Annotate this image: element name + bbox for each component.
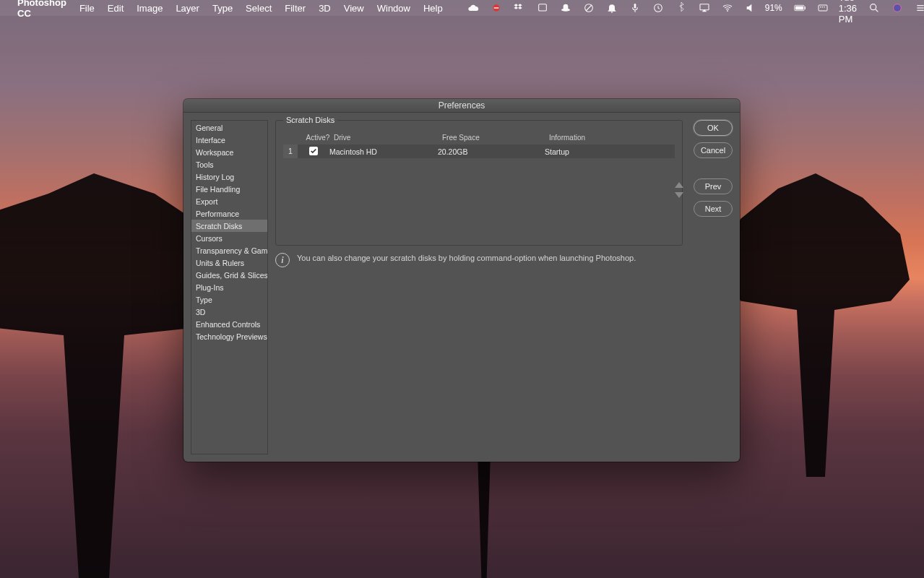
tablet-icon[interactable]: [537, 2, 548, 14]
row-info: Startup: [545, 147, 670, 156]
prev-button[interactable]: Prev: [694, 178, 733, 194]
svg-rect-1: [493, 7, 498, 8]
menu-help[interactable]: Help: [423, 3, 443, 14]
table-header: Active? Drive Free Space Information: [283, 131, 675, 144]
menu-window[interactable]: Window: [377, 3, 410, 14]
keyboard-icon[interactable]: [817, 2, 829, 14]
sidebar-item-history-log[interactable]: History Log: [191, 171, 267, 183]
menubar-clock[interactable]: Tue 1:36 PM: [839, 0, 857, 25]
hat-icon[interactable]: [560, 2, 571, 14]
cloud-sync-icon[interactable]: [467, 2, 479, 14]
svg-rect-14: [820, 7, 821, 7]
menu-select[interactable]: Select: [246, 3, 272, 14]
col-drive: Drive: [334, 134, 442, 142]
volume-icon[interactable]: [745, 2, 756, 14]
col-free: Free Space: [442, 134, 549, 142]
svg-rect-13: [819, 5, 827, 11]
row-active[interactable]: [298, 147, 329, 156]
sidebar-item-cursors[interactable]: Cursors: [191, 232, 267, 244]
menu-layer[interactable]: Layer: [176, 3, 199, 14]
row-drive: Macintosh HD: [329, 147, 438, 156]
airplay-icon[interactable]: [699, 2, 710, 14]
svg-point-9: [727, 10, 728, 12]
notifications-icon[interactable]: [606, 2, 618, 14]
svg-rect-6: [634, 4, 636, 9]
sync-disabled-icon[interactable]: [583, 2, 595, 14]
sidebar-item-plug-ins[interactable]: Plug-Ins: [191, 281, 267, 293]
reorder-arrows: [675, 182, 683, 198]
scratch-disks-group: Scratch Disks Active? Drive Free Space I…: [275, 120, 683, 246]
microphone-icon[interactable]: [629, 2, 641, 14]
menu-image[interactable]: Image: [137, 3, 163, 14]
svg-rect-8: [700, 4, 709, 10]
battery-percent[interactable]: 91%: [765, 3, 782, 13]
cancel-button[interactable]: Cancel: [694, 142, 733, 158]
menu-3d[interactable]: 3D: [319, 3, 331, 14]
menu-view[interactable]: View: [344, 3, 364, 14]
svg-rect-12: [805, 7, 806, 9]
app-name[interactable]: Photoshop CC: [17, 0, 66, 19]
sidebar-item-transparency-gamut[interactable]: Transparency & Gamut: [191, 244, 267, 256]
svg-point-17: [871, 4, 876, 10]
sidebar-item-performance[interactable]: Performance: [191, 207, 267, 220]
sidebar-item-workspace[interactable]: Workspace: [191, 146, 267, 158]
checkbox-icon[interactable]: [309, 147, 318, 155]
hint-text: You can also change your scratch disks b…: [297, 253, 636, 264]
sidebar-item-guides-grid-slices[interactable]: Guides, Grid & Slices: [191, 269, 267, 281]
preferences-dialog: Preferences GeneralInterfaceWorkspaceToo…: [183, 99, 740, 462]
move-up-button[interactable]: [675, 182, 683, 188]
sidebar-item-export[interactable]: Export: [191, 195, 267, 207]
sidebar-item-technology-previews[interactable]: Technology Previews: [191, 330, 267, 342]
status-icon[interactable]: [491, 2, 502, 14]
spotlight-icon[interactable]: [868, 2, 880, 14]
sidebar-item-general[interactable]: General: [191, 121, 267, 134]
row-free: 20.20GB: [438, 147, 545, 156]
siri-icon[interactable]: [891, 2, 903, 14]
hint-row: i You can also change your scratch disks…: [275, 253, 683, 267]
move-down-button[interactable]: [675, 192, 683, 198]
sidebar-item-tools[interactable]: Tools: [191, 158, 267, 171]
svg-rect-16: [824, 7, 824, 7]
preferences-sidebar: GeneralInterfaceWorkspaceToolsHistory Lo…: [191, 120, 268, 454]
svg-line-5: [586, 5, 592, 11]
dropbox-icon[interactable]: [514, 2, 525, 14]
battery-icon[interactable]: [794, 2, 806, 14]
notification-center-icon[interactable]: [915, 2, 924, 14]
dialog-title: Preferences: [183, 99, 740, 113]
sidebar-item-type[interactable]: Type: [191, 293, 267, 306]
group-legend: Scratch Disks: [283, 116, 337, 124]
sidebar-item-units-rulers[interactable]: Units & Rulers: [191, 256, 267, 269]
table-row[interactable]: 1Macintosh HD20.20GBStartup: [283, 144, 675, 158]
info-icon: i: [275, 253, 290, 267]
macos-menubar: Photoshop CC FileEditImageLayerTypeSelec…: [0, 0, 924, 16]
menu-type[interactable]: Type: [212, 3, 233, 14]
scratch-disk-table: Active? Drive Free Space Information 1Ma…: [283, 131, 675, 238]
ok-button[interactable]: OK: [694, 120, 733, 136]
sidebar-item-interface[interactable]: Interface: [191, 134, 267, 146]
col-info: Information: [549, 134, 670, 142]
menu-edit[interactable]: Edit: [108, 3, 124, 14]
time-machine-icon[interactable]: [652, 2, 664, 14]
row-index: 1: [283, 144, 298, 158]
svg-line-18: [876, 9, 878, 12]
menu-file[interactable]: File: [79, 3, 95, 14]
svg-rect-2: [538, 4, 546, 11]
svg-rect-15: [821, 7, 822, 7]
sidebar-item-file-handling[interactable]: File Handling: [191, 183, 267, 195]
dialog-buttons: OK Cancel Prev Next: [694, 120, 733, 217]
menu-filter[interactable]: Filter: [285, 3, 306, 14]
wifi-icon[interactable]: [722, 2, 733, 14]
bluetooth-icon[interactable]: [675, 2, 687, 14]
sidebar-item-enhanced-controls[interactable]: Enhanced Controls: [191, 318, 267, 330]
sidebar-item-3d[interactable]: 3D: [191, 306, 267, 318]
col-active: Active?: [302, 134, 334, 142]
sidebar-item-scratch-disks[interactable]: Scratch Disks: [191, 220, 267, 232]
wallpaper-tree: [722, 173, 910, 477]
preferences-panel: Scratch Disks Active? Drive Free Space I…: [268, 113, 740, 462]
svg-rect-11: [795, 7, 803, 10]
next-button[interactable]: Next: [694, 201, 733, 217]
